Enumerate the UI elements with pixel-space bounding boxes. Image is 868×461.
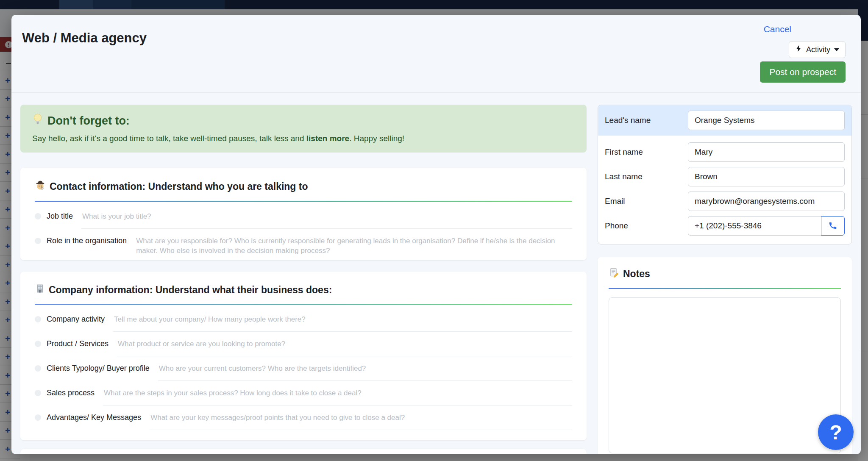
product-services-input[interactable]: What product or service are you looking … xyxy=(117,339,572,356)
lead-details-panel: Lead's name First name Last name Email P… xyxy=(598,105,852,244)
chevron-down-icon xyxy=(834,48,839,51)
first-name-input[interactable] xyxy=(688,142,845,162)
phone-label: Phone xyxy=(605,221,688,230)
field-label: Sales process xyxy=(47,388,95,397)
lead-column: Lead's name First name Last name Email P… xyxy=(598,105,852,454)
detective-icon xyxy=(35,180,46,193)
phone-field[interactable] xyxy=(688,216,821,236)
memo-icon xyxy=(609,267,619,280)
activity-label: Activity xyxy=(806,45,830,54)
cancel-link[interactable]: Cancel xyxy=(764,24,791,34)
field-label: Role in the organisation xyxy=(47,236,127,245)
modal-header: Web / Media agency Cancel Activity Post … xyxy=(11,15,861,93)
field-row-company-activity: Company activity Tell me about your comp… xyxy=(35,307,572,332)
notes-card: Notes xyxy=(598,257,852,454)
field-label: Product / Services xyxy=(47,339,108,348)
help-button[interactable]: ? xyxy=(818,414,854,450)
notes-textarea[interactable] xyxy=(609,297,841,453)
lead-name-row: Lead's name xyxy=(598,105,851,136)
field-row-sales-process: Sales process What are the steps in your… xyxy=(35,381,572,405)
contact-section-title: Contact information: Understand who you … xyxy=(50,181,308,192)
first-name-row: First name xyxy=(598,140,851,164)
field-label: Job title xyxy=(47,211,73,221)
field-row-job-title: Job title What is your job title? xyxy=(35,204,572,229)
company-activity-input[interactable]: Tell me about your company/ How many peo… xyxy=(113,314,572,332)
tip-heading: Don't forget to: xyxy=(32,113,575,129)
advantages-input[interactable]: What are your key messages/proof points … xyxy=(150,413,572,430)
post-on-prospect-button[interactable]: Post on prospect xyxy=(760,61,846,83)
last-name-row: Last name xyxy=(598,164,851,189)
company-information-card: Company information: Understand what the… xyxy=(20,272,587,440)
field-row-product-services: Product / Services What product or servi… xyxy=(35,332,572,356)
company-section-heading: Company information: Understand what the… xyxy=(35,283,572,296)
field-label: Clients Typology/ Buyer profile xyxy=(47,364,150,373)
bullet-icon xyxy=(35,365,41,372)
field-label: Company activity xyxy=(47,314,105,324)
company-section-title: Company information: Understand what the… xyxy=(49,284,332,296)
bullet-icon xyxy=(35,213,41,219)
activity-dropdown-button[interactable]: Activity xyxy=(789,41,846,58)
notes-title: Notes xyxy=(623,268,650,280)
tip-body: Say hello, ask if it's a good time to ta… xyxy=(32,134,575,143)
gradient-rule xyxy=(609,288,841,289)
first-name-label: First name xyxy=(605,147,688,157)
last-name-input[interactable] xyxy=(688,167,845,186)
modal-title: Web / Media agency xyxy=(22,31,147,46)
tip-banner: Don't forget to: Say hello, ask if it's … xyxy=(20,105,587,153)
clients-typology-input[interactable]: Who are your current customers? Who are … xyxy=(158,364,572,381)
header-actions: Cancel Activity Post on prospect xyxy=(760,24,846,83)
phone-icon xyxy=(828,221,837,231)
building-icon xyxy=(35,283,45,296)
field-row-advantages: Advantages/ Key Messages What are your k… xyxy=(35,405,572,430)
call-script-modal: Web / Media agency Cancel Activity Post … xyxy=(11,15,861,454)
field-label: Advantages/ Key Messages xyxy=(47,413,141,422)
bullet-icon xyxy=(35,238,41,244)
field-row-role: Role in the organisation What are you re… xyxy=(35,229,572,260)
gradient-rule xyxy=(35,201,572,202)
next-section-card xyxy=(20,449,587,454)
lead-name-label: Lead's name xyxy=(605,116,688,125)
script-column: Don't forget to: Say hello, ask if it's … xyxy=(20,105,587,454)
phone-row: Phone xyxy=(598,214,851,238)
bulb-icon xyxy=(32,113,43,129)
bullet-icon xyxy=(35,341,41,347)
last-name-label: Last name xyxy=(605,172,688,181)
call-button[interactable] xyxy=(821,216,845,236)
notes-heading: Notes xyxy=(609,267,841,280)
email-field[interactable] xyxy=(688,192,845,211)
email-row: Email xyxy=(598,189,851,214)
gradient-rule xyxy=(35,304,572,305)
lightning-bolt-icon xyxy=(795,44,802,55)
bullet-icon xyxy=(35,316,41,322)
contact-information-card: Contact information: Understand who you … xyxy=(20,168,587,260)
tip-heading-text: Don't forget to: xyxy=(47,114,130,128)
role-input[interactable]: What are you responsible for? Who is cur… xyxy=(135,236,572,260)
email-label: Email xyxy=(605,197,688,206)
bullet-icon xyxy=(35,414,41,421)
field-row-clients-typology: Clients Typology/ Buyer profile Who are … xyxy=(35,356,572,381)
sales-process-input[interactable]: What are the steps in your sales process… xyxy=(103,388,572,405)
contact-section-heading: Contact information: Understand who you … xyxy=(35,180,572,193)
job-title-input[interactable]: What is your job title? xyxy=(81,211,572,229)
lead-name-input[interactable] xyxy=(688,111,845,130)
bullet-icon xyxy=(35,390,41,396)
modal-body: Don't forget to: Say hello, ask if it's … xyxy=(11,93,861,454)
